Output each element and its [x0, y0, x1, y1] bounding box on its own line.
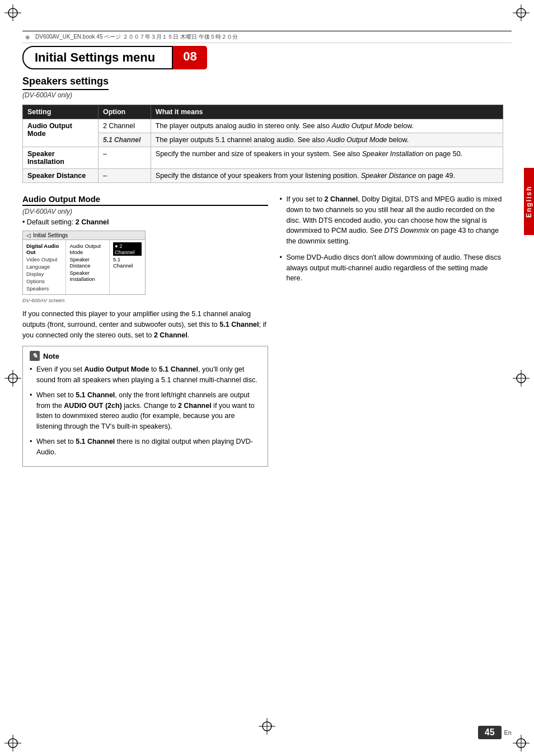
dv-screen-left-col: Digital Audio Out Video Output Language …	[23, 240, 66, 294]
dv-option-2ch: ● 2 Channel	[113, 242, 142, 256]
dv-screen-title: ◁ Initial Settings	[23, 231, 145, 240]
page-title-area: Initial Settings menu 08	[22, 46, 512, 69]
body-text: If you connected this player to your amp…	[22, 309, 268, 340]
table-row: SpeakerInstallation – Specify the number…	[23, 147, 503, 169]
note-item-3: When set to 5.1 Channel there is no digi…	[30, 436, 261, 458]
note-item-2: When set to 5.1 Channel, only the front …	[30, 390, 261, 432]
english-sidebar-label: English	[524, 168, 534, 235]
dv-menu-item-options: Options	[26, 278, 62, 285]
right-bullet-2: Some DVD-Audio discs don't allow downmix…	[279, 252, 503, 284]
note-box: ✎ Note Even if you set Audio Output Mode…	[22, 346, 268, 467]
reg-mark-tl	[4, 4, 21, 21]
col-header-setting: Setting	[23, 105, 99, 119]
dv-menu-item-speakers: Speakers	[26, 285, 62, 292]
reg-mark-bl	[4, 735, 21, 752]
col-header-option: Option	[98, 105, 151, 119]
dv-screen: ◁ Initial Settings Digital Audio Out Vid…	[22, 231, 146, 295]
two-col-section: Audio Output Mode (DV-600AV only) • Defa…	[22, 194, 503, 467]
desc-2ch: The player outputs analog audio in stere…	[151, 119, 503, 133]
file-info: DV600AV_UK_EN.book 45 ページ ２００７年３月１５日 木曜日…	[35, 33, 238, 41]
main-content: Speakers settings (DV-600AV only) Settin…	[22, 76, 503, 722]
desc-speaker-dist: Specify the distance of your speakers fr…	[151, 169, 503, 183]
page-title: Initial Settings menu	[22, 46, 173, 69]
setting-audio-output: Audio OutputMode	[23, 119, 99, 147]
reg-mark-mid-r	[513, 370, 530, 387]
option-51ch: 5.1 Channel	[98, 133, 151, 147]
right-column: If you set to 2 Channel, Dolby Digital, …	[279, 194, 503, 467]
dv-option-51ch: 5.1 Channel	[113, 256, 142, 269]
dv-menu-item-language: Language	[26, 263, 62, 270]
dv-screen-middle-col: Audio Output Mode Speaker Distance Speak…	[66, 240, 109, 294]
reg-mark-br	[513, 735, 530, 752]
desc-51ch: The player outputs 5.1 channel analog au…	[151, 133, 503, 147]
page-number-area: 45 En	[478, 726, 512, 739]
reg-mark-mid-l	[4, 370, 21, 387]
audio-output-subtitle: (DV-600AV only)	[22, 208, 268, 215]
right-bullet-1: If you set to 2 Channel, Dolby Digital, …	[279, 194, 503, 247]
chapter-badge: 08	[173, 46, 207, 69]
speakers-table: Setting Option What it means Audio Outpu…	[22, 105, 503, 183]
speakers-heading: Speakers settings	[22, 76, 109, 90]
setting-speaker-install: SpeakerInstallation	[23, 147, 99, 169]
table-row: Audio OutputMode 2 Channel The player ou…	[23, 119, 503, 133]
reg-mark-tr	[513, 4, 530, 21]
table-row: Speaker Distance – Specify the distance …	[23, 169, 503, 183]
note-heading: ✎ Note	[30, 351, 261, 361]
dv-screen-body: Digital Audio Out Video Output Language …	[23, 240, 145, 294]
audio-output-heading: Audio Output Mode	[22, 194, 268, 206]
note-item-1: Even if you set Audio Output Mode to 5.1…	[30, 364, 261, 386]
crosshair-icon: ⊕	[25, 34, 30, 40]
header-bar: ⊕ DV600AV_UK_EN.book 45 ページ ２００７年３月１５日 木…	[22, 31, 512, 43]
option-speaker-install: –	[98, 147, 151, 169]
dv-caption: DV-600AV screen	[22, 297, 268, 303]
option-2ch: 2 Channel	[98, 119, 151, 133]
dv-menu-item-digital: Digital Audio Out	[26, 242, 62, 256]
page-en-label: En	[504, 729, 512, 736]
dv-screen-icon: ◁	[26, 232, 31, 238]
page-number: 45	[478, 726, 502, 739]
setting-speaker-dist: Speaker Distance	[23, 169, 99, 183]
speakers-subtitle: (DV-600AV only)	[22, 91, 503, 99]
default-setting: • Default setting: 2 Channel	[22, 218, 268, 226]
dv-submenu-speaker-install: Speaker Installation	[69, 269, 105, 283]
bottom-crosshair	[259, 718, 275, 736]
speakers-section: Speakers settings (DV-600AV only) Settin…	[22, 76, 503, 183]
dv-submenu-audio-output: Audio Output Mode	[69, 242, 105, 256]
desc-speaker-install: Specify the number and size of speakers …	[151, 147, 503, 169]
dv-screen-right-col: ● 2 Channel 5.1 Channel	[110, 240, 145, 294]
dv-menu-item-display: Display	[26, 270, 62, 278]
col-header-what: What it means	[151, 105, 503, 119]
dv-menu-item-video: Video Output	[26, 256, 62, 263]
option-speaker-dist: –	[98, 169, 151, 183]
dv-submenu-speaker-dist: Speaker Distance	[69, 256, 105, 269]
left-column: Audio Output Mode (DV-600AV only) • Defa…	[22, 194, 268, 467]
note-icon: ✎	[30, 351, 40, 361]
